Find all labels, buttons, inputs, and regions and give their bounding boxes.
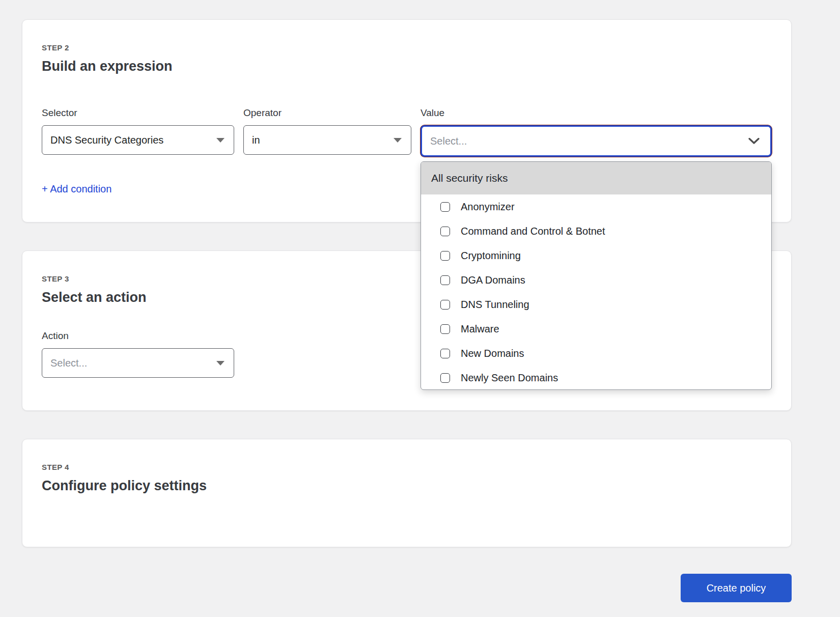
dropdown-option-new-domains[interactable]: New Domains — [421, 341, 771, 366]
dropdown-option-dga-domains[interactable]: DGA Domains — [421, 268, 771, 292]
action-field: Action Select... — [42, 330, 234, 378]
selector-select-value: DNS Security Categories — [50, 134, 216, 146]
dropdown-option-anonymizer[interactable]: Anonymizer — [421, 194, 771, 219]
step4-label: STEP 4 — [42, 463, 772, 472]
caret-down-icon — [216, 361, 225, 366]
step4-title: Configure policy settings — [42, 476, 772, 495]
value-field: Value Select... All security risks Anony… — [421, 107, 772, 157]
expression-fields-row: Selector DNS Security Categories Operato… — [42, 107, 772, 157]
checkbox-unchecked[interactable] — [440, 300, 450, 310]
operator-select-value: in — [252, 134, 394, 146]
dropdown-option-dns-tunneling[interactable]: DNS Tunneling — [421, 292, 771, 317]
dropdown-option-command-and-control[interactable]: Command and Control & Botnet — [421, 219, 771, 243]
selector-field: Selector DNS Security Categories — [42, 107, 234, 157]
action-label: Action — [42, 330, 234, 342]
action-select-placeholder: Select... — [50, 357, 216, 369]
checkbox-unchecked[interactable] — [440, 227, 450, 236]
selector-select[interactable]: DNS Security Categories — [42, 125, 234, 155]
operator-field: Operator in — [243, 107, 411, 157]
caret-down-icon — [216, 138, 225, 143]
dropdown-option-newly-seen-domains[interactable]: Newly Seen Domains — [421, 366, 771, 390]
dropdown-option-malware[interactable]: Malware — [421, 317, 771, 341]
create-policy-button[interactable]: Create policy — [681, 574, 792, 602]
checkbox-unchecked[interactable] — [440, 349, 450, 358]
dropdown-option-cryptomining[interactable]: Cryptomining — [421, 243, 771, 268]
footer-bar: Create policy — [22, 574, 792, 602]
chevron-down-icon — [748, 137, 760, 145]
step2-card: STEP 2 Build an expression Selector DNS … — [22, 19, 792, 222]
checkbox-unchecked[interactable] — [440, 275, 450, 285]
value-dropdown-panel: All security risks Anonymizer Command an… — [421, 161, 772, 390]
step2-label: STEP 2 — [42, 43, 772, 52]
value-multiselect[interactable]: Select... — [421, 125, 772, 157]
checkbox-unchecked[interactable] — [440, 251, 450, 261]
add-condition-link[interactable]: + Add condition — [42, 183, 111, 194]
value-label: Value — [421, 107, 772, 119]
operator-select[interactable]: in — [243, 125, 411, 155]
dropdown-group-header[interactable]: All security risks — [421, 162, 771, 194]
action-select[interactable]: Select... — [42, 348, 234, 378]
step4-card: STEP 4 Configure policy settings — [22, 439, 792, 547]
checkbox-unchecked[interactable] — [440, 373, 450, 383]
operator-label: Operator — [243, 107, 411, 119]
caret-down-icon — [394, 138, 402, 143]
checkbox-unchecked[interactable] — [440, 324, 450, 334]
checkbox-unchecked[interactable] — [440, 202, 450, 212]
selector-label: Selector — [42, 107, 234, 119]
value-placeholder: Select... — [430, 135, 748, 147]
step2-title: Build an expression — [42, 57, 772, 75]
policy-builder-page: STEP 2 Build an expression Selector DNS … — [0, 0, 840, 602]
